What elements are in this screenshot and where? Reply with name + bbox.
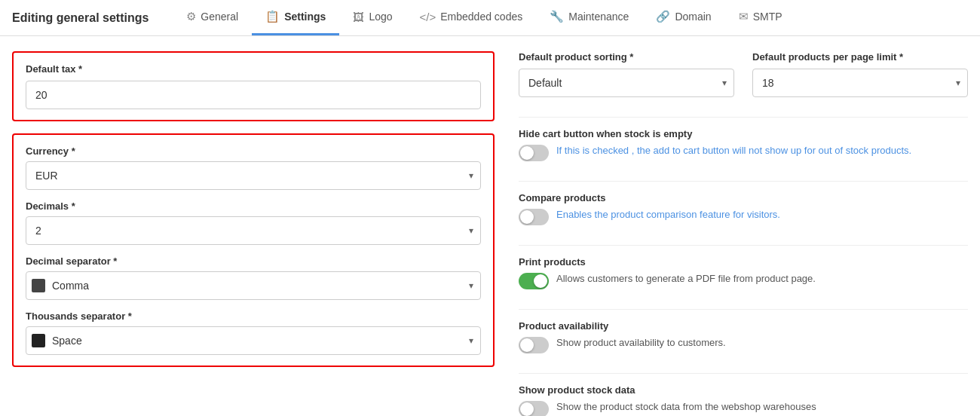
default-tax-box: Default tax * — [12, 51, 495, 121]
decimal-separator-label: Decimal separator * — [26, 255, 481, 267]
email-icon: ✉ — [739, 10, 749, 23]
product-availability-knob — [520, 338, 534, 352]
page-title: Editing general settings — [12, 11, 149, 25]
currency-select-wrapper: EUR USD GBP ▾ — [26, 161, 481, 190]
decimals-select-wrapper: 0 1 2 3 ▾ — [26, 216, 481, 245]
stock-data-desc-wrapper: Show the product stock data from the web… — [556, 400, 875, 416]
sorting-label: Default product sorting * — [519, 51, 734, 63]
per-page-select[interactable]: 9 12 18 24 36 — [752, 69, 968, 97]
stock-data-desc: Show the product stock data from the web… — [556, 401, 816, 412]
decimal-separator-select-wrapper: Comma Period ▾ — [26, 271, 481, 300]
right-column: Default product sorting * Default Name A… — [519, 51, 968, 416]
stock-data-toggle[interactable] — [519, 401, 549, 416]
print-products-track[interactable] — [519, 273, 549, 289]
code-icon: </> — [420, 11, 436, 23]
hide-cart-knob — [520, 146, 534, 160]
product-availability-track[interactable] — [519, 337, 549, 353]
stock-data-knob — [520, 402, 534, 416]
tab-domain[interactable]: 🔗 Domain — [642, 0, 724, 35]
tab-embedded-codes[interactable]: </> Embedded codes — [406, 0, 537, 35]
hide-cart-title: Hide cart button when stock is empty — [519, 128, 968, 139]
compare-products-track[interactable] — [519, 209, 549, 225]
compare-products-knob — [520, 210, 534, 224]
compare-products-row: Enables the product comparison feature f… — [519, 208, 968, 225]
divider — [519, 309, 968, 310]
clipboard-icon: 📋 — [265, 10, 280, 23]
currency-section: Currency * EUR USD GBP ▾ Decimals * — [26, 145, 481, 355]
tab-maintenance[interactable]: 🔧 Maintenance — [536, 0, 642, 35]
left-column: Default tax * Currency * EUR USD GBP ▾ — [12, 51, 495, 416]
print-products-title: Print products — [519, 256, 968, 268]
divider — [519, 373, 968, 374]
thousands-separator-field: Thousands separator * Space Comma Period… — [26, 310, 481, 355]
sorting-per-page-row: Default product sorting * Default Name A… — [519, 51, 968, 97]
stock-data-section: Show product stock data Show the product… — [519, 384, 968, 416]
sorting-select[interactable]: Default Name A-Z Name Z-A Price Low-High… — [519, 69, 734, 97]
decimals-select[interactable]: 0 1 2 3 — [26, 216, 481, 245]
tab-smtp[interactable]: ✉ SMTP — [725, 0, 796, 35]
stock-data-track[interactable] — [519, 401, 549, 416]
divider — [519, 117, 968, 118]
thousands-separator-label: Thousands separator * — [26, 310, 481, 322]
sorting-select-wrapper: Default Name A-Z Name Z-A Price Low-High… — [519, 69, 734, 97]
stock-data-title: Show product stock data — [519, 384, 968, 396]
tab-settings[interactable]: 📋 Settings — [252, 0, 339, 35]
currency-box: Currency * EUR USD GBP ▾ Decimals * — [12, 133, 495, 367]
hide-cart-row: If this is checked , the add to cart but… — [519, 144, 968, 161]
top-nav: Editing general settings ⚙ General 📋 Set… — [0, 0, 980, 36]
hide-cart-section: Hide cart button when stock is empty If … — [519, 128, 968, 161]
product-availability-title: Product availability — [519, 320, 968, 332]
compare-products-section: Compare products Enables the product com… — [519, 192, 968, 225]
currency-label: Currency * — [26, 145, 481, 157]
hide-cart-toggle[interactable] — [519, 145, 549, 161]
currency-field: Currency * EUR USD GBP ▾ — [26, 145, 481, 190]
product-availability-toggle[interactable] — [519, 337, 549, 353]
decimal-separator-select[interactable]: Comma Period — [26, 271, 481, 300]
per-page-label: Default products per page limit * — [752, 51, 968, 63]
print-products-toggle[interactable] — [519, 273, 549, 289]
product-availability-row: Show product availability to customers. — [519, 336, 968, 353]
gear-icon: ⚙ — [186, 10, 196, 23]
divider — [519, 245, 968, 246]
decimals-label: Decimals * — [26, 200, 481, 212]
wrench-icon: 🔧 — [550, 10, 564, 23]
product-availability-desc: Show product availability to customers. — [556, 336, 968, 350]
thousands-separator-select[interactable]: Space Comma Period None — [26, 326, 481, 355]
tab-general[interactable]: ⚙ General — [173, 0, 252, 35]
stock-data-row: Show the product stock data from the web… — [519, 400, 968, 416]
compare-products-title: Compare products — [519, 192, 968, 203]
nav-tabs: ⚙ General 📋 Settings 🖼 Logo </> Embedded… — [173, 0, 795, 35]
default-tax-input[interactable] — [26, 81, 481, 109]
divider — [519, 181, 968, 182]
link-icon: 🔗 — [656, 10, 670, 23]
main-content: Default tax * Currency * EUR USD GBP ▾ — [0, 36, 980, 416]
per-page-field: Default products per page limit * 9 12 1… — [752, 51, 968, 97]
tab-logo[interactable]: 🖼 Logo — [339, 0, 406, 35]
compare-products-toggle[interactable] — [519, 209, 549, 225]
print-products-row: Allows customers to generate a PDF file … — [519, 272, 968, 289]
thousands-separator-select-wrapper: Space Comma Period None ▾ — [26, 326, 481, 355]
per-page-select-wrapper: 9 12 18 24 36 ▾ — [752, 69, 968, 97]
compare-products-desc: Enables the product comparison feature f… — [556, 208, 968, 222]
currency-select[interactable]: EUR USD GBP — [26, 161, 481, 190]
print-products-section: Print products Allows customers to gener… — [519, 256, 968, 289]
product-availability-section: Product availability Show product availa… — [519, 320, 968, 353]
image-icon: 🖼 — [353, 11, 364, 23]
decimals-field: Decimals * 0 1 2 3 ▾ — [26, 200, 481, 245]
hide-cart-desc: If this is checked , the add to cart but… — [556, 144, 968, 158]
default-tax-label: Default tax * — [26, 63, 481, 75]
print-products-knob — [534, 274, 547, 288]
sorting-field: Default product sorting * Default Name A… — [519, 51, 734, 97]
print-products-desc: Allows customers to generate a PDF file … — [556, 272, 968, 286]
decimal-separator-field: Decimal separator * Comma Period ▾ — [26, 255, 481, 300]
hide-cart-track[interactable] — [519, 145, 549, 161]
